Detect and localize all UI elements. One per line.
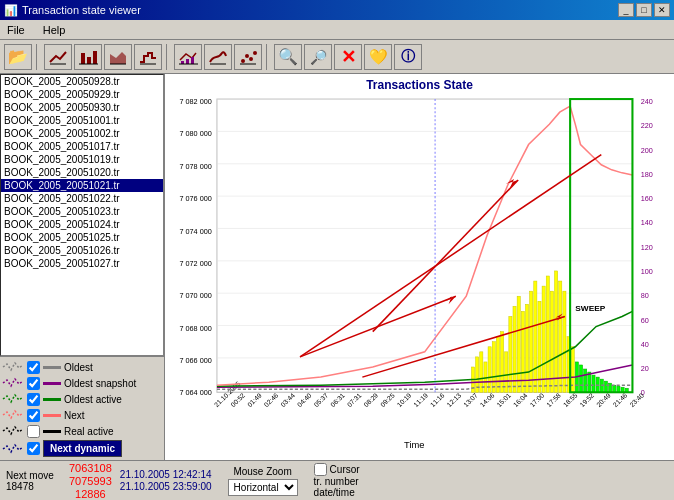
svg-text:06:31: 06:31: [329, 391, 346, 408]
file-item[interactable]: BOOK_2005_20051001.tr: [1, 114, 163, 127]
svg-text:100: 100: [641, 268, 653, 276]
svg-text:19:52: 19:52: [578, 391, 595, 408]
file-list[interactable]: BOOK_2005_20050928.trBOOK_2005_20050929.…: [0, 74, 164, 356]
svg-text:15:01: 15:01: [495, 391, 512, 408]
toolbar-sep1: [36, 44, 40, 70]
svg-rect-85: [501, 332, 504, 393]
svg-rect-110: [604, 381, 607, 392]
svg-rect-10: [191, 57, 194, 64]
mouse-zoom-section: Mouse Zoom Horizontal Vertical Both: [228, 466, 298, 496]
legend-next-color: [43, 414, 61, 417]
chart-svg: 7 064 000 7 066 000 7 068 000 7 070 000 …: [165, 94, 674, 458]
menu-file[interactable]: File: [4, 23, 28, 37]
svg-text:02:46: 02:46: [263, 391, 280, 408]
svg-text:7 064 000: 7 064 000: [179, 389, 211, 397]
export-button[interactable]: 💛: [364, 44, 392, 70]
svg-text:7 068 000: 7 068 000: [179, 325, 211, 333]
svg-text:7 078 000: 7 078 000: [179, 163, 211, 171]
file-item[interactable]: BOOK_2005_20051027.tr: [1, 257, 163, 270]
svg-rect-84: [496, 337, 499, 393]
red-value3: 12886: [75, 488, 106, 500]
maximize-button[interactable]: □: [636, 3, 652, 17]
legend-active-check[interactable]: [27, 393, 40, 406]
file-item[interactable]: BOOK_2005_20051025.tr: [1, 231, 163, 244]
chart-line-btn[interactable]: [44, 44, 72, 70]
cursor-section: Cursor tr. number date/time: [314, 463, 360, 498]
legend-next-icon: [2, 408, 24, 422]
svg-rect-93: [534, 281, 537, 392]
svg-rect-1: [81, 53, 85, 64]
menu-help[interactable]: Help: [40, 23, 69, 37]
legend-oldest-check[interactable]: [27, 361, 40, 374]
svg-text:SWEEP: SWEEP: [575, 304, 606, 313]
svg-text:180: 180: [641, 171, 653, 179]
legend-snapshot-check[interactable]: [27, 377, 40, 390]
svg-text:7 066 000: 7 066 000: [179, 357, 211, 365]
file-item[interactable]: BOOK_2005_20051002.tr: [1, 127, 163, 140]
legend-snapshot-label: Oldest snapshot: [64, 378, 136, 389]
legend-snapshot-icon: [2, 376, 24, 390]
svg-rect-99: [559, 281, 562, 392]
svg-rect-96: [546, 276, 549, 392]
zoom-in-button[interactable]: 🔍: [274, 44, 302, 70]
datetime-section: 21.10.2005 12:42:14 21.10.2005 23:59:00: [120, 469, 212, 492]
date-time-label: date/time: [314, 487, 360, 498]
svg-text:04:40: 04:40: [296, 391, 313, 408]
svg-text:16:04: 16:04: [512, 391, 529, 408]
svg-text:80: 80: [641, 292, 649, 300]
left-panel: BOOK_2005_20050928.trBOOK_2005_20050929.…: [0, 74, 165, 460]
cursor-checkbox[interactable]: [314, 463, 327, 476]
info-button[interactable]: ⓘ: [394, 44, 422, 70]
chart-bar-btn[interactable]: [74, 44, 102, 70]
next-move-section: Next move 18478: [6, 470, 61, 492]
tr-number-label: tr. number: [314, 476, 360, 487]
chart-combo-btn[interactable]: [174, 44, 202, 70]
svg-text:17:00: 17:00: [528, 391, 545, 408]
file-item[interactable]: BOOK_2005_20051022.tr: [1, 192, 163, 205]
delete-button[interactable]: ✕: [334, 44, 362, 70]
chart-area-btn[interactable]: [104, 44, 132, 70]
legend-dynamic-check[interactable]: [27, 442, 40, 455]
next-move-value: 18478: [6, 481, 61, 492]
chart-step-btn[interactable]: [134, 44, 162, 70]
legend-real-check[interactable]: [27, 425, 40, 438]
legend-active-color: [43, 398, 61, 401]
chart-spline-btn[interactable]: [204, 44, 232, 70]
svg-text:120: 120: [641, 244, 653, 252]
file-item[interactable]: BOOK_2005_20051020.tr: [1, 166, 163, 179]
file-item[interactable]: BOOK_2005_20051021.tr: [1, 179, 163, 192]
minimize-button[interactable]: _: [618, 3, 634, 17]
file-item[interactable]: BOOK_2005_20051019.tr: [1, 153, 163, 166]
close-button[interactable]: ✕: [654, 3, 670, 17]
toolbar: 📂 🔍 🔎 ✕ 💛 ⓘ: [0, 40, 674, 74]
main-area: BOOK_2005_20050928.trBOOK_2005_20050929.…: [0, 74, 674, 460]
legend-real-icon: [2, 424, 24, 438]
open-button[interactable]: 📂: [4, 44, 32, 70]
file-item[interactable]: BOOK_2005_20050930.tr: [1, 101, 163, 114]
chart-container[interactable]: 7 064 000 7 066 000 7 068 000 7 070 000 …: [165, 94, 674, 458]
svg-rect-98: [555, 271, 558, 392]
legend-next-check[interactable]: [27, 409, 40, 422]
file-item[interactable]: BOOK_2005_20051024.tr: [1, 218, 163, 231]
file-item[interactable]: BOOK_2005_20050929.tr: [1, 88, 163, 101]
legend-oldest-label: Oldest: [64, 362, 93, 373]
file-item[interactable]: BOOK_2005_20051017.tr: [1, 140, 163, 153]
svg-text:05:37: 05:37: [312, 391, 329, 408]
svg-text:200: 200: [641, 147, 653, 155]
file-item[interactable]: BOOK_2005_20051026.tr: [1, 244, 163, 257]
zoom-select[interactable]: Horizontal Vertical Both: [228, 479, 298, 496]
svg-rect-91: [525, 304, 528, 392]
legend-next: Next: [2, 407, 162, 423]
legend-oldest: Oldest: [2, 359, 162, 375]
svg-text:140: 140: [641, 220, 653, 228]
file-item[interactable]: BOOK_2005_20050928.tr: [1, 75, 163, 88]
svg-text:220: 220: [641, 122, 653, 130]
file-item[interactable]: BOOK_2005_20051023.tr: [1, 205, 163, 218]
svg-rect-105: [584, 369, 587, 392]
next-dynamic-button[interactable]: Next dynamic: [43, 440, 122, 457]
svg-text:17:58: 17:58: [545, 391, 562, 408]
svg-rect-89: [517, 296, 520, 392]
chart-scatter-btn[interactable]: [234, 44, 262, 70]
svg-rect-88: [513, 306, 516, 392]
zoom-out-button[interactable]: 🔎: [304, 44, 332, 70]
